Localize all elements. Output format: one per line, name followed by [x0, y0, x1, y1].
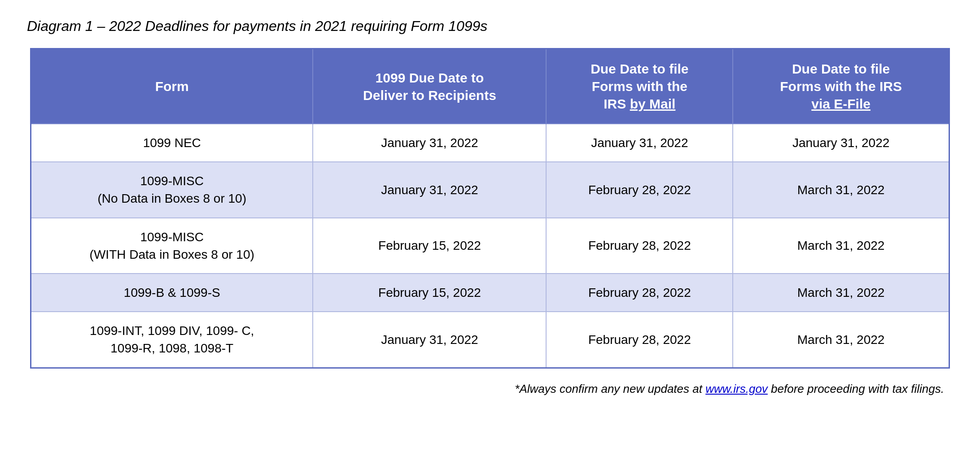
cell-mail: February 28, 2022	[546, 274, 733, 312]
irs-gov-link[interactable]: www.irs.gov	[705, 382, 768, 396]
header-efile: Due Date to fileForms with the IRSvia E-…	[733, 49, 949, 124]
cell-mail: February 28, 2022	[546, 312, 733, 368]
cell-efile: March 31, 2022	[733, 162, 949, 217]
footnote-text-after: before proceeding with tax filings.	[768, 382, 944, 396]
header-form: Form	[31, 49, 313, 124]
cell-form: 1099-B & 1099-S	[31, 274, 313, 312]
cell-deliver: January 31, 2022	[313, 162, 546, 217]
footnote-text-before: *Always confirm any new updates at	[515, 382, 705, 396]
table-wrapper: Form 1099 Due Date toDeliver to Recipien…	[30, 48, 950, 369]
cell-deliver: January 31, 2022	[313, 312, 546, 368]
cell-efile: January 31, 2022	[733, 124, 949, 162]
table-header-row: Form 1099 Due Date toDeliver to Recipien…	[31, 49, 949, 124]
cell-mail: January 31, 2022	[546, 124, 733, 162]
cell-efile: March 31, 2022	[733, 312, 949, 368]
cell-deliver: February 15, 2022	[313, 218, 546, 274]
cell-efile: March 31, 2022	[733, 274, 949, 312]
table-row: 1099-MISC(WITH Data in Boxes 8 or 10)Feb…	[31, 218, 949, 274]
footnote: *Always confirm any new updates at www.i…	[27, 382, 953, 396]
diagram-title: Diagram 1 – 2022 Deadlines for payments …	[27, 18, 953, 35]
cell-form: 1099-INT, 1099 DIV, 1099- C,1099-R, 1098…	[31, 312, 313, 368]
cell-deliver: January 31, 2022	[313, 124, 546, 162]
cell-form: 1099-MISC(No Data in Boxes 8 or 10)	[31, 162, 313, 217]
cell-mail: February 28, 2022	[546, 162, 733, 217]
table-row: 1099-B & 1099-SFebruary 15, 2022February…	[31, 274, 949, 312]
cell-form: 1099-MISC(WITH Data in Boxes 8 or 10)	[31, 218, 313, 274]
table-row: 1099-INT, 1099 DIV, 1099- C,1099-R, 1098…	[31, 312, 949, 368]
deadlines-table: Form 1099 Due Date toDeliver to Recipien…	[30, 48, 950, 369]
table-row: 1099-MISC(No Data in Boxes 8 or 10)Janua…	[31, 162, 949, 217]
cell-mail: February 28, 2022	[546, 218, 733, 274]
cell-form: 1099 NEC	[31, 124, 313, 162]
table-row: 1099 NECJanuary 31, 2022January 31, 2022…	[31, 124, 949, 162]
cell-deliver: February 15, 2022	[313, 274, 546, 312]
header-mail: Due Date to fileForms with theIRS by Mai…	[546, 49, 733, 124]
header-deliver: 1099 Due Date toDeliver to Recipients	[313, 49, 546, 124]
cell-efile: March 31, 2022	[733, 218, 949, 274]
